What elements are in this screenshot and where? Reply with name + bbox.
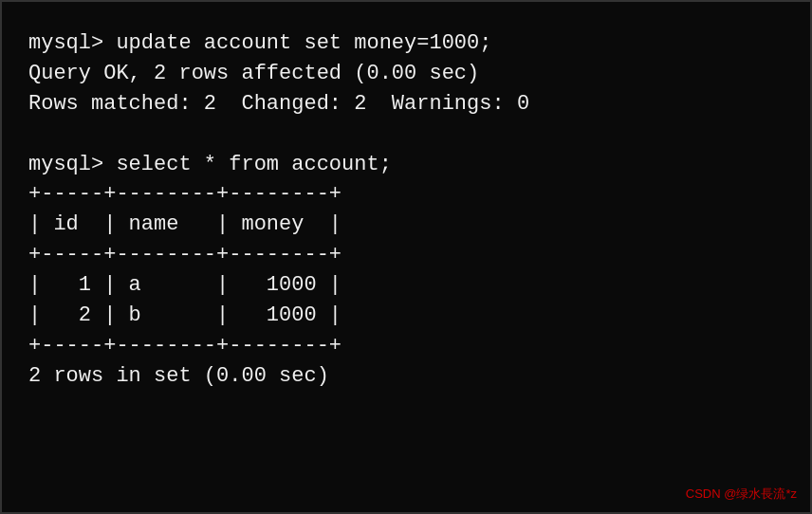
terminal-window: mysql> update account set money=1000; Qu… bbox=[0, 0, 812, 514]
watermark: CSDN @绿水長流*z bbox=[686, 486, 797, 503]
terminal-output: mysql> update account set money=1000; Qu… bbox=[28, 28, 784, 392]
